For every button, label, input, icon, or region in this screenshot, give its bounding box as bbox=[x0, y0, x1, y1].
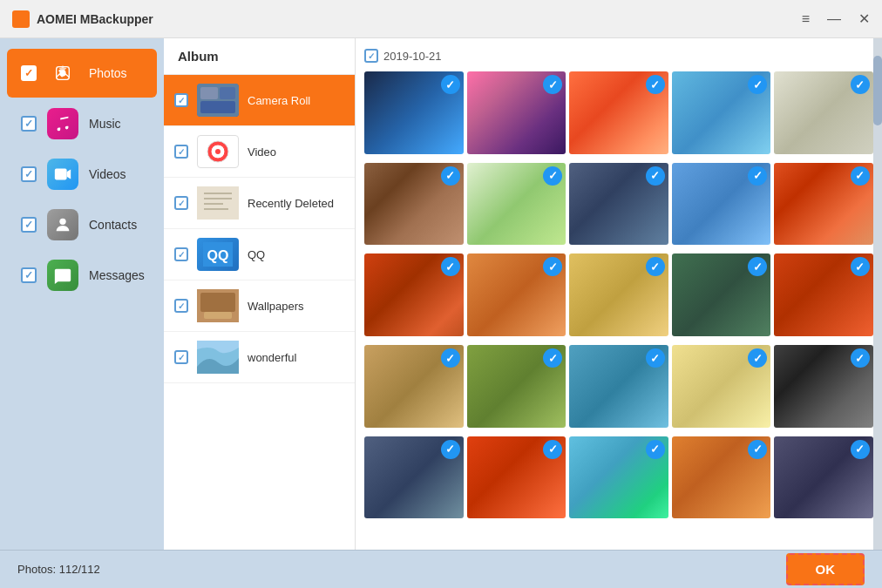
messages-icon bbox=[47, 260, 78, 291]
photo-cell[interactable] bbox=[774, 253, 873, 336]
bottom-bar: Photos: 112/112 OK bbox=[0, 550, 882, 588]
photo-cell[interactable] bbox=[672, 345, 771, 428]
photo-cell[interactable] bbox=[774, 163, 873, 246]
album-item-camera-roll[interactable]: Camera Roll bbox=[164, 75, 355, 126]
photo-cell[interactable] bbox=[774, 436, 873, 519]
photo-cell[interactable] bbox=[569, 71, 668, 154]
photo-check-badge bbox=[851, 166, 870, 186]
photo-cell[interactable] bbox=[672, 253, 771, 336]
photo-check-badge bbox=[748, 257, 767, 276]
scrollbar[interactable] bbox=[873, 38, 882, 550]
photos-checkbox[interactable] bbox=[21, 65, 37, 81]
photo-cell[interactable] bbox=[672, 436, 771, 519]
app-icon bbox=[12, 10, 30, 28]
window-controls: ≡ — ✕ bbox=[802, 10, 870, 27]
sidebar-item-contacts[interactable]: Contacts bbox=[7, 200, 157, 249]
close-button[interactable]: ✕ bbox=[858, 10, 870, 27]
minimize-button[interactable]: — bbox=[827, 11, 841, 27]
videos-checkbox[interactable] bbox=[21, 166, 37, 182]
wonderful-checkbox[interactable] bbox=[174, 350, 188, 364]
photo-cell[interactable] bbox=[364, 163, 464, 246]
svg-text:QQ: QQ bbox=[207, 248, 229, 263]
title-bar: AOMEI MBackupper ≡ — ✕ bbox=[0, 0, 882, 38]
photo-check-badge bbox=[748, 166, 767, 186]
svg-rect-12 bbox=[197, 186, 239, 220]
sidebar-item-videos[interactable]: Videos bbox=[7, 150, 157, 199]
ok-button[interactable]: OK bbox=[786, 553, 865, 585]
recently-deleted-checkbox[interactable] bbox=[174, 196, 188, 210]
photo-check-badge bbox=[543, 348, 562, 368]
sidebar-item-messages[interactable]: Messages bbox=[7, 251, 157, 300]
messages-checkbox[interactable] bbox=[21, 267, 37, 283]
photo-cell[interactable] bbox=[364, 436, 464, 519]
photo-check-badge bbox=[851, 440, 870, 459]
svg-rect-8 bbox=[200, 101, 235, 113]
photo-cell[interactable] bbox=[467, 253, 567, 336]
photo-cell[interactable] bbox=[364, 345, 464, 428]
album-item-recently-deleted[interactable]: Recently Deleted bbox=[164, 178, 355, 229]
photo-cell[interactable] bbox=[467, 71, 567, 154]
music-icon bbox=[47, 108, 78, 139]
photo-grid-row-2 bbox=[364, 163, 873, 246]
album-item-video[interactable]: Video bbox=[164, 126, 355, 178]
photo-check-badge bbox=[543, 440, 562, 459]
photo-cell[interactable] bbox=[467, 436, 567, 519]
contacts-icon bbox=[47, 209, 78, 240]
photo-cell[interactable] bbox=[569, 253, 668, 336]
sidebar-label-messages: Messages bbox=[89, 268, 145, 282]
main-container: Photos Music Videos bbox=[0, 38, 882, 550]
photo-cell[interactable] bbox=[364, 253, 464, 336]
album-name-wonderful: wonderful bbox=[248, 351, 296, 364]
photo-grid-row-5 bbox=[364, 436, 873, 519]
photo-check-badge bbox=[543, 75, 562, 94]
sidebar-item-photos[interactable]: Photos bbox=[7, 49, 157, 98]
wallpapers-thumb bbox=[197, 289, 239, 322]
svg-rect-20 bbox=[200, 293, 235, 312]
photo-check-badge bbox=[441, 75, 460, 94]
album-item-qq[interactable]: QQ QQ bbox=[164, 229, 355, 280]
photo-cell[interactable] bbox=[569, 163, 668, 246]
photo-check-badge bbox=[646, 257, 665, 276]
photo-grid-row-3 bbox=[364, 253, 873, 336]
sidebar-item-music[interactable]: Music bbox=[7, 99, 157, 148]
date-group-label: 2019-10-21 bbox=[364, 47, 873, 64]
album-name-qq: QQ bbox=[248, 248, 265, 261]
photo-check-badge bbox=[441, 257, 460, 276]
album-name-recently-deleted: Recently Deleted bbox=[248, 197, 334, 210]
photo-check-badge bbox=[851, 348, 870, 368]
wallpapers-checkbox[interactable] bbox=[174, 299, 188, 313]
photo-cell[interactable] bbox=[364, 71, 464, 154]
photo-cell[interactable] bbox=[569, 345, 668, 428]
album-name-video: Video bbox=[248, 145, 276, 159]
menu-icon[interactable]: ≡ bbox=[802, 11, 810, 27]
photo-cell[interactable] bbox=[774, 71, 873, 154]
camera-roll-thumb bbox=[197, 84, 239, 117]
photo-check-badge bbox=[543, 166, 562, 186]
sidebar-label-music: Music bbox=[89, 117, 121, 131]
app-title: AOMEI MBackupper bbox=[37, 12, 153, 26]
date-group-checkbox[interactable] bbox=[364, 49, 378, 63]
camera-roll-checkbox[interactable] bbox=[174, 93, 188, 107]
photo-cell[interactable] bbox=[467, 345, 567, 428]
photo-check-badge bbox=[748, 75, 767, 94]
photo-cell[interactable] bbox=[672, 71, 771, 154]
music-checkbox[interactable] bbox=[21, 116, 37, 132]
photo-cell[interactable] bbox=[774, 345, 873, 428]
photo-check-badge bbox=[646, 166, 665, 186]
qq-checkbox[interactable] bbox=[174, 247, 188, 261]
album-name-wallpapers: Wallpapers bbox=[248, 300, 304, 313]
left-sidebar: Photos Music Videos bbox=[0, 38, 164, 550]
photo-cell[interactable] bbox=[569, 436, 668, 519]
sidebar-label-videos: Videos bbox=[89, 167, 126, 181]
album-item-wallpapers[interactable]: Wallpapers bbox=[164, 280, 355, 332]
video-thumb bbox=[197, 135, 239, 168]
svg-point-4 bbox=[59, 219, 65, 225]
photo-cell[interactable] bbox=[467, 163, 567, 246]
contacts-checkbox[interactable] bbox=[21, 217, 37, 233]
sidebar-label-photos: Photos bbox=[89, 66, 127, 80]
scroll-thumb[interactable] bbox=[873, 56, 882, 125]
photo-cell[interactable] bbox=[672, 163, 771, 246]
qq-thumb: QQ bbox=[197, 238, 239, 271]
album-item-wonderful[interactable]: wonderful bbox=[164, 332, 355, 383]
video-checkbox[interactable] bbox=[174, 145, 188, 159]
